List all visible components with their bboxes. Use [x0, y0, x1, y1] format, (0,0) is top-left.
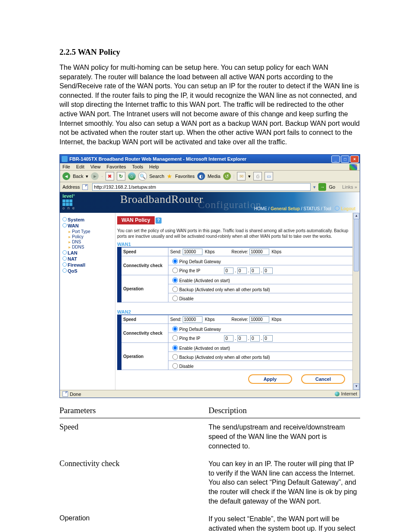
wan2-send-input[interactable]: [183, 316, 202, 323]
history-button[interactable]: ↺: [223, 172, 231, 180]
parameters-table: Parameters Description Speed The send/up…: [59, 404, 360, 532]
wan2-op-label: Operation: [121, 343, 168, 370]
menu-view[interactable]: View: [90, 164, 101, 169]
go-label[interactable]: Go: [329, 184, 335, 190]
scroll-up-icon[interactable]: ▴: [353, 213, 359, 219]
menu-edit[interactable]: Edit: [76, 164, 84, 169]
menu-favorites[interactable]: Favorites: [106, 164, 126, 169]
wan2-conn-label: Connectivity check: [121, 324, 168, 343]
links-label[interactable]: Links »: [342, 184, 357, 190]
home-button[interactable]: ⌂: [128, 172, 136, 180]
window-title: FBR-1405TX Broadband Router Web Manageme…: [68, 156, 330, 162]
crumb-tool[interactable]: Tool: [323, 206, 331, 211]
scrollbar[interactable]: ▴ ▾: [352, 213, 360, 390]
search-label[interactable]: Search: [149, 174, 165, 179]
wan2-ping-gw-radio[interactable]: [172, 326, 178, 332]
favorites-label[interactable]: Favorites: [175, 174, 194, 179]
content-area: ▴ ▾ WAN Policy? You can set the policy o…: [115, 213, 360, 390]
wan1-backup-radio[interactable]: [172, 286, 178, 292]
wan1-enable-radio[interactable]: [172, 277, 178, 283]
mail-button[interactable]: ✉: [237, 172, 246, 180]
refresh-button[interactable]: ↻: [117, 172, 125, 180]
wan1-ping-gw-radio[interactable]: [172, 258, 178, 264]
section-description: You can set the policy of using WAN port…: [117, 228, 353, 239]
wan2-disable-radio[interactable]: [172, 363, 178, 369]
status-text: Done: [70, 392, 81, 397]
wan1-ping-ip-radio[interactable]: [172, 268, 178, 273]
wan2-ping-ip-radio[interactable]: [172, 335, 178, 341]
sidebar-item-lan[interactable]: LAN: [62, 250, 113, 255]
menu-bar: File Edit View Favorites Tools Help: [60, 163, 360, 171]
scroll-down-icon[interactable]: ▾: [353, 383, 359, 390]
sidebar-item-ddns[interactable]: ▸DDNS: [68, 245, 113, 249]
cancel-button[interactable]: Cancel: [301, 374, 345, 384]
section-heading: 2.2.5 WAN Policy: [59, 47, 360, 57]
sidebar-item-port-type[interactable]: ▸Port Type: [68, 229, 113, 234]
internet-zone-icon: [335, 392, 339, 396]
wan1-ip-3[interactable]: [250, 268, 260, 274]
address-dropdown-icon[interactable]: ▾: [313, 184, 316, 190]
apply-button[interactable]: Apply: [248, 374, 292, 384]
brand-logo: level° o n e: [62, 194, 75, 211]
menu-file[interactable]: File: [62, 164, 70, 169]
sidebar-item-nat[interactable]: NAT: [62, 256, 113, 261]
wan1-ip-4[interactable]: [263, 268, 273, 274]
wan2-table: Speed Send: Kbps Receive: Kbps Connectiv…: [117, 315, 353, 370]
param-name: Operation: [59, 510, 209, 532]
media-icon[interactable]: ◐: [197, 172, 205, 180]
wan1-recv-input[interactable]: [249, 249, 269, 255]
wan2-ip-1[interactable]: [224, 335, 234, 342]
sidebar-item-policy[interactable]: ▸Policy: [68, 234, 113, 239]
wan2-backup-radio[interactable]: [172, 354, 178, 360]
params-header-left: Parameters: [59, 404, 209, 418]
section-body: The WAN policy for multi-homing can be s…: [59, 63, 360, 146]
logout-icon: [335, 206, 339, 211]
status-page-icon: [62, 391, 68, 397]
sidebar-item-wan[interactable]: WAN: [62, 223, 113, 228]
wan1-send-input[interactable]: [183, 249, 202, 255]
breadcrumb: HOME / General Setup / STATUS / Tool Log…: [254, 206, 355, 211]
search-icon[interactable]: 🔍: [138, 172, 147, 180]
wan2-ip-3[interactable]: [250, 335, 260, 342]
address-bar: Address ▾ → Go Links »: [60, 182, 360, 192]
sidebar-item-system[interactable]: System: [62, 217, 113, 222]
sidebar-item-qos[interactable]: QoS: [62, 268, 113, 274]
edit-button[interactable]: ▭: [265, 172, 273, 180]
status-zone: Internet: [341, 391, 357, 396]
crumb-general-setup[interactable]: General Setup: [271, 206, 300, 211]
wan2-ip-4[interactable]: [263, 335, 273, 342]
sidebar-item-dns[interactable]: ▸DNS: [68, 240, 113, 244]
favorites-star-icon[interactable]: ★: [167, 173, 172, 180]
stop-button[interactable]: ✖: [106, 172, 114, 180]
router-banner: level° o n e BroadbandRouter Configurati…: [60, 192, 360, 213]
wan1-ip-2[interactable]: [237, 268, 247, 274]
crumb-home[interactable]: HOME: [254, 206, 267, 211]
wan2-ip-2[interactable]: [237, 335, 247, 342]
scroll-thumb[interactable]: [354, 219, 359, 271]
back-button[interactable]: ◄: [62, 172, 70, 180]
ie-page-icon: [62, 156, 68, 162]
address-input[interactable]: [92, 183, 311, 191]
menu-tools[interactable]: Tools: [132, 164, 143, 169]
param-name: Connectivity check: [59, 455, 209, 510]
forward-button[interactable]: ►: [91, 172, 99, 180]
close-button[interactable]: ×: [350, 156, 359, 163]
address-label: Address: [62, 184, 80, 190]
wan1-disable-radio[interactable]: [172, 296, 178, 301]
menu-help[interactable]: Help: [149, 164, 159, 169]
back-label[interactable]: Back: [73, 174, 83, 179]
maximize-button[interactable]: □: [341, 156, 349, 163]
params-header-right: Description: [209, 404, 360, 418]
wan2-recv-input[interactable]: [249, 316, 269, 323]
print-button[interactable]: ⎙: [253, 172, 262, 180]
crumb-status[interactable]: STATUS: [303, 206, 320, 211]
logout-link[interactable]: Logout: [341, 206, 355, 211]
go-button[interactable]: →: [318, 183, 326, 191]
wan2-enable-radio[interactable]: [172, 345, 178, 351]
help-icon[interactable]: ?: [156, 218, 162, 224]
sidebar-item-firewall[interactable]: Firewall: [62, 262, 113, 268]
wan1-ip-1[interactable]: [224, 268, 234, 274]
wan2-speed-label: Speed: [121, 315, 168, 324]
media-label[interactable]: Media: [208, 174, 221, 179]
minimize-button[interactable]: _: [331, 156, 340, 163]
